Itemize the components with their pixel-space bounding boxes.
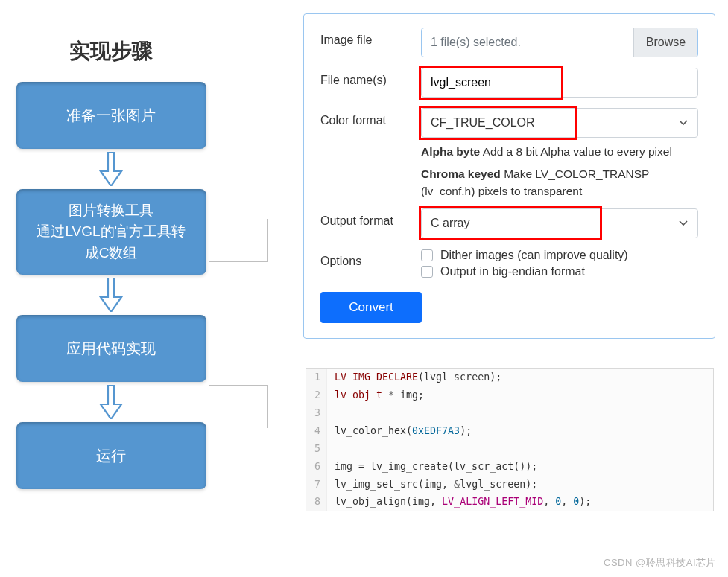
option-dither-label: Dither images (can improve quality) [440, 249, 628, 262]
helper-text-alpha: Alpha byte Add a 8 bit Alpha value to ev… [421, 144, 698, 160]
connector-line [267, 219, 268, 262]
label-options: Options [320, 249, 421, 268]
connector-line [209, 385, 267, 386]
flow-step-1: 准备一张图片 [16, 82, 206, 149]
flow-step-4: 运行 [16, 422, 206, 489]
code-line: 1 LV_IMG_DECLARE(lvgl_screen); [306, 369, 713, 386]
line-number: 4 [306, 422, 327, 440]
line-number: 8 [306, 493, 327, 511]
row-color-format: Color format CF_TRUE_COLOR Alpha byte Ad… [320, 108, 698, 200]
code-panel: 1 LV_IMG_DECLARE(lvgl_screen); 2 lv_obj_… [306, 368, 714, 511]
row-output-format: Output format C array [320, 208, 698, 238]
filename-input[interactable] [421, 68, 698, 98]
code-line: 8 lv_obj_align(img, LV_ALIGN_LEFT_MID, 0… [306, 493, 713, 511]
line-number: 6 [306, 458, 327, 476]
line-number: 7 [306, 476, 327, 494]
label-image-file: Image file [320, 28, 421, 47]
file-picker[interactable]: 1 file(s) selected. Browse [421, 28, 698, 57]
row-image-file: Image file 1 file(s) selected. Browse [320, 28, 698, 57]
watermark-text: CSDN @聆思科技AI芯片 [604, 556, 716, 570]
row-file-name: File name(s) [320, 68, 698, 98]
flow-arrow-icon [98, 152, 124, 186]
flow-arrow-icon [98, 278, 124, 312]
select-value: C array [431, 217, 469, 230]
line-number: 1 [306, 369, 327, 386]
flow-step-3: 应用代码实现 [16, 315, 206, 382]
code-line: 4 lv_color_hex(0xEDF7A3); [306, 422, 713, 440]
select-value: CF_TRUE_COLOR [431, 116, 535, 130]
code-line: 7 lv_img_set_src(img, &lvgl_screen); [306, 476, 713, 494]
flow-arrow-icon [98, 385, 124, 419]
line-number: 3 [306, 404, 327, 422]
label-color-format: Color format [320, 108, 421, 127]
checkbox-icon[interactable] [421, 249, 433, 261]
flow-step-2: 图片转换工具 通过LVGL的官方工具转 成C数组 [16, 189, 206, 275]
chevron-down-icon [678, 218, 689, 229]
option-dither[interactable]: Dither images (can improve quality) [421, 249, 698, 262]
row-options: Options Dither images (can improve quali… [320, 249, 698, 281]
line-number: 5 [306, 440, 327, 458]
code-line: 5 [306, 440, 713, 458]
helper-text-chroma: Chroma keyed Make LV_COLOR_TRANSP (lv_co… [421, 166, 698, 200]
flowchart-column: 实现步骤 准备一张图片 图片转换工具 通过LVGL的官方工具转 成C数组 应用代… [13, 37, 209, 489]
code-line: 2 lv_obj_t * img; [306, 386, 713, 404]
converter-form-panel: Image file 1 file(s) selected. Browse Fi… [303, 13, 715, 339]
flowchart-title: 实现步骤 [69, 37, 153, 66]
label-file-name: File name(s) [320, 68, 421, 87]
connector-line [267, 385, 268, 428]
option-big-endian[interactable]: Output in big-endian format [421, 265, 698, 278]
color-format-select[interactable]: CF_TRUE_COLOR [421, 108, 698, 138]
label-output-format: Output format [320, 208, 421, 228]
chevron-down-icon [678, 118, 689, 128]
code-line: 6 img = lv_img_create(lv_scr_act()); [306, 458, 713, 476]
line-number: 2 [306, 386, 327, 404]
file-picker-text: 1 file(s) selected. [422, 28, 633, 57]
convert-button[interactable]: Convert [320, 292, 422, 323]
browse-button[interactable]: Browse [633, 28, 697, 57]
output-format-select[interactable]: C array [421, 208, 698, 238]
option-big-endian-label: Output in big-endian format [440, 265, 585, 278]
code-line: 3 [306, 404, 713, 422]
checkbox-icon[interactable] [421, 266, 433, 278]
connector-line [209, 261, 267, 262]
